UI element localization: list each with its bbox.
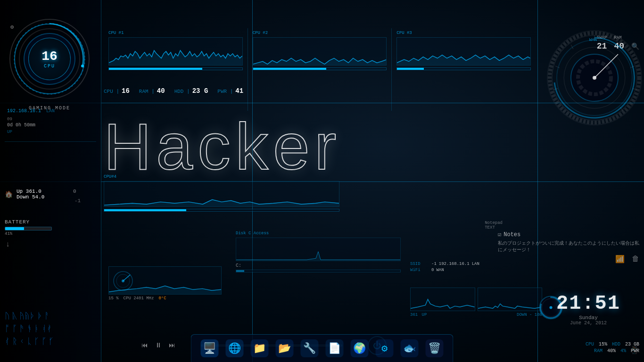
globe-icon: 🌍	[351, 339, 369, 357]
cpu-mini-graph: 15 % CPU 2401 MHz 0°C	[108, 266, 222, 309]
net-graph-small: 361 UP DOWN - 186	[410, 288, 542, 325]
cpu4-section: CPU#4	[104, 174, 339, 212]
net-labels: 361 UP DOWN - 186	[410, 313, 542, 317]
ip-address-label: 192.168.16.1 LAN	[7, 108, 55, 114]
cpu3-wave	[397, 38, 530, 65]
clock-date: June 24, 2012	[556, 321, 620, 326]
bottom-stats: CPU 15% HDD 23 GB RAM 40% 4% PWR	[586, 342, 639, 355]
clock-day: Sunday	[556, 315, 620, 321]
battery-section: BATTERY 41%	[5, 219, 52, 236]
svg-point-0	[14, 24, 85, 94]
uptime-number: 09	[7, 117, 12, 122]
net-up-graph	[410, 288, 475, 311]
cpu-graphs-panel: CPU #1 CPU #2	[104, 28, 536, 111]
gauge-svg	[9, 19, 90, 99]
svg-point-1	[81, 65, 84, 67]
net-up-value: Up 361.0	[17, 189, 44, 194]
cpu2-graph-area	[253, 37, 387, 66]
download-icon: ↓	[6, 240, 10, 249]
tools-icon: 🔧	[301, 339, 319, 357]
taskbar-icon-globe[interactable]: 🌍	[348, 337, 371, 360]
taskbar-icon-doc[interactable]: 📄	[323, 337, 346, 360]
media-prev-icon[interactable]: ⏮	[141, 342, 148, 349]
taskbar-icon-browser[interactable]: 🌐	[223, 337, 246, 360]
cpu1-graph: CPU #1	[104, 28, 248, 111]
taskbar-icon-fish[interactable]: 🐟	[398, 337, 421, 360]
cpu2-label: CPU #2	[253, 31, 387, 35]
clock-time: 21:51	[556, 292, 620, 315]
disk-bar	[236, 270, 401, 272]
right-panel: WAN SWAP RAM 21 40 🔍	[538, 0, 644, 236]
counter-neg1: -1	[74, 198, 81, 204]
ram-stat: RAM | 40	[139, 87, 165, 95]
notes-section: ☑ Notes 私のプロジェクトがついに完成！あなたこのようにしたい場合は私にメ…	[498, 231, 639, 254]
big-gauge-svg	[545, 28, 644, 127]
cpu3-bar-fill	[397, 68, 424, 70]
gear-icon: ⚙️	[376, 339, 394, 357]
pwr-label-bottom: PWR	[631, 348, 639, 354]
svg-marker-2	[109, 50, 242, 65]
folder2-icon: 📂	[276, 339, 294, 357]
svg-point-19	[593, 76, 596, 80]
notes-title: ☑ Notes	[498, 231, 639, 238]
rune-text: ᚢ ᚣ ᚤᚥᚦ ᚧ ᚨ ᚩ ᚪ ᚫ ᚬ ᚭ ᚮᚯ ᚰ ᚱ ᚲ ᚳ ᚴ ᚵ ᚶ	[5, 310, 54, 348]
trash-icon[interactable]: 🗑	[632, 255, 639, 264]
computer-icon: 🖥️	[201, 339, 219, 357]
cpu2-graph: CPU #2	[248, 28, 392, 111]
disk-section: Disk C Access C:	[236, 231, 401, 272]
cpu1-label: CPU #1	[108, 31, 243, 35]
disk-drive-label: C:	[236, 263, 401, 268]
cpu3-label: CPU #3	[396, 31, 531, 35]
cpu2-bar-fill	[253, 68, 326, 70]
net-info-table: SSID -1 192.168.16.1 LAN WiFi 0 WAN	[410, 262, 542, 274]
cpu2-bar	[253, 67, 387, 70]
battery-pct: 41%	[5, 231, 52, 236]
folder1-icon: 📁	[251, 339, 269, 357]
hdd-val-bottom: 23 GB	[625, 342, 639, 347]
taskbar-icon-folder1[interactable]: 📁	[248, 337, 271, 360]
cpu1-wave	[109, 38, 242, 65]
svg-point-32	[550, 306, 553, 309]
media-next-icon[interactable]: ⏭	[169, 342, 175, 349]
taskbar-icon-tools[interactable]: 🔧	[298, 337, 321, 360]
notes-content: 私のプロジェクトがついに完成！あなたこのようにしたい場合は私にメッセージ！	[498, 240, 639, 254]
svg-marker-11	[236, 252, 400, 261]
net-ip-val: 192.168.16.1	[439, 262, 470, 266]
svg-marker-5	[104, 200, 339, 206]
cpu1-graph-area	[108, 37, 243, 66]
left-panel: ⚙ 16 CPU GAMING MODE 192.168.16.1 LAN 09…	[0, 0, 101, 362]
taskbar: 🖥️ 🌐 📁 📂 🔧 📄 🌍 ⚙️ 🐟 🗑️	[191, 334, 454, 362]
media-play-icon[interactable]: ⏸	[155, 342, 162, 349]
net-lan-val: LAN	[472, 262, 479, 266]
trash2-icon: 🗑️	[426, 339, 444, 357]
taskbar-icon-trash[interactable]: 🗑️	[423, 337, 446, 360]
taskbar-icon-folder2[interactable]: 📂	[273, 337, 296, 360]
svg-marker-3	[253, 58, 387, 66]
wifi-trash-section: 📶 🗑	[615, 255, 639, 264]
taskbar-icon-gear[interactable]: ⚙️	[373, 337, 396, 360]
media-controls[interactable]: ⏮ ⏸ ⏭	[141, 342, 175, 349]
separator-line	[5, 141, 96, 142]
disk-bar-fill	[236, 270, 244, 272]
taskbar-icon-computer[interactable]: 🖥️	[198, 337, 221, 360]
battery-bar	[5, 227, 52, 230]
net-down-value: Down 54.0	[17, 194, 44, 200]
pwr-stat: PWR | 41	[217, 87, 243, 95]
net-up-wave	[411, 288, 475, 311]
wifi-icon[interactable]: 📶	[615, 255, 625, 264]
ssid-val: -1	[431, 262, 437, 266]
net-wan-val: WAN	[436, 268, 444, 272]
cpu3-graph-area	[396, 37, 531, 66]
browser-icon: 🌐	[226, 339, 244, 357]
hdd-key-bottom: HDD	[612, 342, 620, 347]
cpu-stat: CPU | 16	[104, 87, 130, 95]
uptime-status: UP	[7, 130, 12, 134]
cpu4-bar	[104, 209, 339, 212]
svg-marker-4	[397, 55, 530, 65]
ram-val-bottom: 40%	[607, 348, 616, 354]
big-gauge	[545, 28, 644, 127]
cpu4-bar-fill	[104, 209, 186, 211]
uptime-label: 0d 0h 50mm	[7, 123, 35, 128]
net-up-label: 361 UP	[410, 313, 427, 317]
wifi-key: WiFi	[410, 268, 429, 272]
